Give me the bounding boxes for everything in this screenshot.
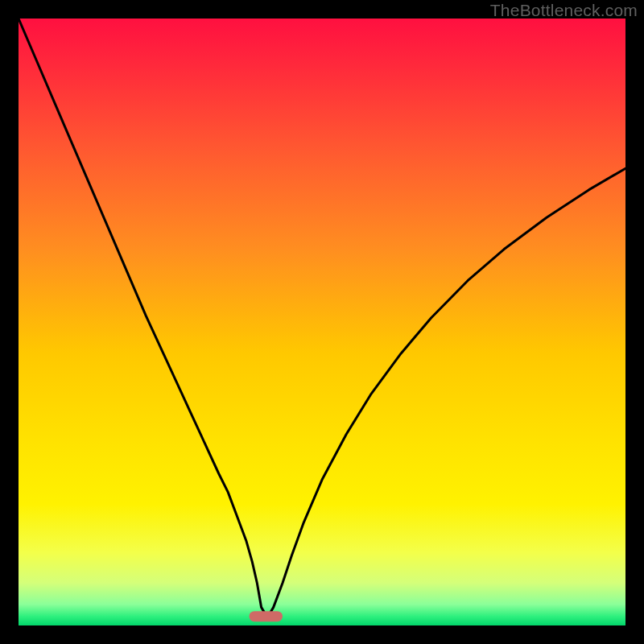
chart-svg <box>19 19 625 625</box>
plot-area <box>19 19 625 625</box>
watermark-text: TheBottleneck.com <box>490 1 638 20</box>
chart-frame: TheBottleneck.com <box>0 0 644 644</box>
gradient-background <box>19 19 625 625</box>
optimal-range-marker <box>250 611 283 621</box>
